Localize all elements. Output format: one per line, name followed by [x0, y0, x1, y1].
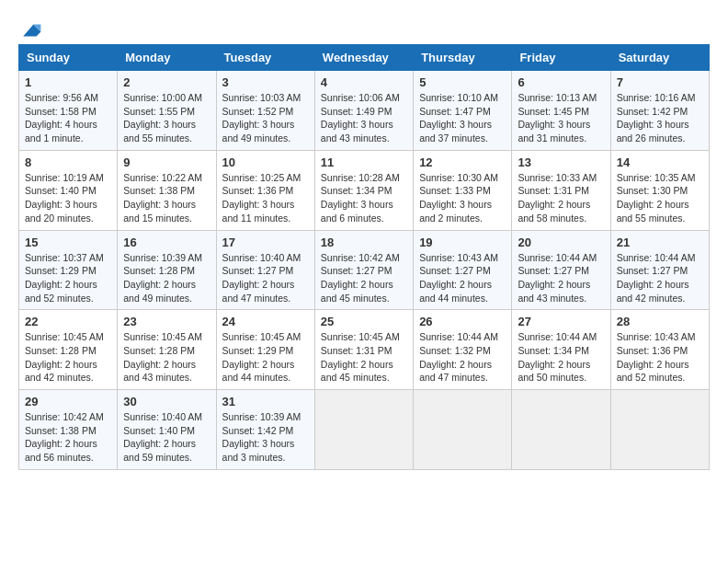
day-info: Sunrise: 10:45 AM Sunset: 1:29 PM Daylig…: [222, 330, 309, 385]
calendar-day-cell: 31Sunrise: 10:39 AM Sunset: 1:42 PM Dayl…: [216, 390, 314, 470]
day-number: 25: [321, 315, 407, 328]
day-number: 28: [617, 315, 703, 328]
day-number: 21: [617, 236, 703, 249]
calendar-day-cell: 23Sunrise: 10:45 AM Sunset: 1:28 PM Dayl…: [118, 310, 216, 390]
day-number: 19: [419, 236, 506, 249]
day-number: 23: [123, 315, 210, 328]
calendar-day-cell: 30Sunrise: 10:40 AM Sunset: 1:40 PM Dayl…: [118, 390, 216, 470]
day-number: 11: [321, 155, 407, 169]
calendar-day-cell: 5Sunrise: 10:10 AM Sunset: 1:47 PM Dayli…: [414, 71, 512, 151]
calendar-table: SundayMondayTuesdayWednesdayThursdayFrid…: [18, 44, 710, 470]
day-number: 18: [321, 236, 407, 249]
calendar-day-cell: 6Sunrise: 10:13 AM Sunset: 1:45 PM Dayli…: [512, 71, 610, 151]
day-number: 8: [25, 155, 111, 169]
day-info: Sunrise: 10:16 AM Sunset: 1:42 PM Daylig…: [617, 91, 703, 145]
calendar-day-cell: 18Sunrise: 10:42 AM Sunset: 1:27 PM Dayl…: [314, 230, 413, 310]
day-info: Sunrise: 10:43 AM Sunset: 1:36 PM Daylig…: [617, 330, 703, 385]
day-info: Sunrise: 10:35 AM Sunset: 1:30 PM Daylig…: [617, 171, 703, 225]
weekday-header-cell: Wednesday: [314, 45, 413, 71]
calendar-day-cell: [414, 390, 512, 470]
day-number: 9: [123, 155, 210, 169]
calendar-day-cell: 25Sunrise: 10:45 AM Sunset: 1:31 PM Dayl…: [314, 310, 413, 390]
day-number: 14: [617, 155, 703, 169]
calendar-day-cell: 26Sunrise: 10:44 AM Sunset: 1:32 PM Dayl…: [414, 310, 512, 390]
day-info: Sunrise: 10:40 AM Sunset: 1:40 PM Daylig…: [123, 410, 210, 465]
day-info: Sunrise: 10:28 AM Sunset: 1:34 PM Daylig…: [321, 171, 407, 225]
calendar-day-cell: 10Sunrise: 10:25 AM Sunset: 1:36 PM Dayl…: [216, 150, 314, 230]
calendar-week-row: 22Sunrise: 10:45 AM Sunset: 1:28 PM Dayl…: [19, 310, 710, 390]
day-info: Sunrise: 10:45 AM Sunset: 1:28 PM Daylig…: [25, 330, 111, 385]
day-info: Sunrise: 10:25 AM Sunset: 1:36 PM Daylig…: [222, 171, 309, 225]
calendar-day-cell: 13Sunrise: 10:33 AM Sunset: 1:31 PM Dayl…: [512, 150, 610, 230]
calendar-day-cell: 12Sunrise: 10:30 AM Sunset: 1:33 PM Dayl…: [414, 150, 512, 230]
calendar-day-cell: 11Sunrise: 10:28 AM Sunset: 1:34 PM Dayl…: [314, 150, 413, 230]
day-info: Sunrise: 10:39 AM Sunset: 1:42 PM Daylig…: [222, 410, 309, 465]
calendar-day-cell: [314, 390, 413, 470]
calendar-week-row: 29Sunrise: 10:42 AM Sunset: 1:38 PM Dayl…: [19, 390, 710, 470]
day-info: Sunrise: 10:44 AM Sunset: 1:27 PM Daylig…: [518, 251, 604, 305]
calendar-day-cell: 14Sunrise: 10:35 AM Sunset: 1:30 PM Dayl…: [610, 150, 709, 230]
calendar-day-cell: [610, 390, 709, 470]
day-info: Sunrise: 10:13 AM Sunset: 1:45 PM Daylig…: [518, 91, 604, 145]
day-info: Sunrise: 10:39 AM Sunset: 1:28 PM Daylig…: [123, 251, 210, 305]
weekday-header-cell: Saturday: [610, 45, 709, 71]
day-info: Sunrise: 10:44 AM Sunset: 1:27 PM Daylig…: [617, 251, 703, 305]
day-info: Sunrise: 10:44 AM Sunset: 1:34 PM Daylig…: [518, 330, 604, 385]
calendar-day-cell: 17Sunrise: 10:40 AM Sunset: 1:27 PM Dayl…: [216, 230, 314, 310]
day-info: Sunrise: 10:19 AM Sunset: 1:40 PM Daylig…: [25, 171, 111, 225]
calendar-day-cell: 1Sunrise: 9:56 AM Sunset: 1:58 PM Daylig…: [19, 71, 118, 151]
day-number: 16: [123, 236, 210, 249]
day-info: Sunrise: 10:42 AM Sunset: 1:27 PM Daylig…: [321, 251, 407, 305]
day-info: Sunrise: 10:40 AM Sunset: 1:27 PM Daylig…: [222, 251, 309, 305]
day-info: Sunrise: 10:22 AM Sunset: 1:38 PM Daylig…: [123, 171, 210, 225]
logo-icon: [20, 19, 42, 41]
day-number: 6: [518, 75, 604, 89]
calendar-day-cell: 7Sunrise: 10:16 AM Sunset: 1:42 PM Dayli…: [610, 71, 709, 151]
day-number: 17: [222, 236, 309, 249]
calendar-day-cell: 2Sunrise: 10:00 AM Sunset: 1:55 PM Dayli…: [118, 71, 216, 151]
day-info: Sunrise: 10:42 AM Sunset: 1:38 PM Daylig…: [25, 410, 111, 465]
day-info: Sunrise: 10:45 AM Sunset: 1:28 PM Daylig…: [123, 330, 210, 385]
calendar-day-cell: 3Sunrise: 10:03 AM Sunset: 1:52 PM Dayli…: [216, 71, 314, 151]
calendar-day-cell: 29Sunrise: 10:42 AM Sunset: 1:38 PM Dayl…: [19, 390, 118, 470]
calendar-day-cell: 15Sunrise: 10:37 AM Sunset: 1:29 PM Dayl…: [19, 230, 118, 310]
day-info: Sunrise: 10:33 AM Sunset: 1:31 PM Daylig…: [518, 171, 604, 225]
calendar-day-cell: 16Sunrise: 10:39 AM Sunset: 1:28 PM Dayl…: [118, 230, 216, 310]
day-number: 20: [518, 236, 604, 249]
day-number: 7: [617, 75, 703, 89]
calendar-day-cell: [512, 390, 610, 470]
day-info: Sunrise: 10:43 AM Sunset: 1:27 PM Daylig…: [419, 251, 506, 305]
day-number: 22: [25, 315, 111, 328]
day-number: 2: [123, 75, 210, 89]
day-number: 12: [419, 155, 506, 169]
day-info: Sunrise: 10:06 AM Sunset: 1:49 PM Daylig…: [321, 91, 407, 145]
calendar-day-cell: 21Sunrise: 10:44 AM Sunset: 1:27 PM Dayl…: [610, 230, 709, 310]
weekday-header-cell: Friday: [512, 45, 610, 71]
day-info: Sunrise: 9:56 AM Sunset: 1:58 PM Dayligh…: [25, 91, 111, 145]
calendar-day-cell: 4Sunrise: 10:06 AM Sunset: 1:49 PM Dayli…: [314, 71, 413, 151]
day-number: 10: [222, 155, 309, 169]
logo: [18, 18, 42, 35]
day-info: Sunrise: 10:30 AM Sunset: 1:33 PM Daylig…: [419, 171, 506, 225]
day-info: Sunrise: 10:10 AM Sunset: 1:47 PM Daylig…: [419, 91, 506, 145]
calendar-day-cell: 8Sunrise: 10:19 AM Sunset: 1:40 PM Dayli…: [19, 150, 118, 230]
weekday-header-cell: Sunday: [19, 45, 118, 71]
day-number: 31: [222, 395, 309, 408]
day-number: 24: [222, 315, 309, 328]
weekday-header-cell: Monday: [118, 45, 216, 71]
day-info: Sunrise: 10:44 AM Sunset: 1:32 PM Daylig…: [419, 330, 506, 385]
weekday-header-row: SundayMondayTuesdayWednesdayThursdayFrid…: [19, 45, 710, 71]
calendar-week-row: 15Sunrise: 10:37 AM Sunset: 1:29 PM Dayl…: [19, 230, 710, 310]
day-number: 3: [222, 75, 309, 89]
calendar-week-row: 1Sunrise: 9:56 AM Sunset: 1:58 PM Daylig…: [19, 71, 710, 151]
calendar-day-cell: 24Sunrise: 10:45 AM Sunset: 1:29 PM Dayl…: [216, 310, 314, 390]
calendar-day-cell: 27Sunrise: 10:44 AM Sunset: 1:34 PM Dayl…: [512, 310, 610, 390]
header: [18, 18, 710, 35]
weekday-header-cell: Thursday: [414, 45, 512, 71]
calendar-day-cell: 19Sunrise: 10:43 AM Sunset: 1:27 PM Dayl…: [414, 230, 512, 310]
day-number: 5: [419, 75, 506, 89]
calendar-week-row: 8Sunrise: 10:19 AM Sunset: 1:40 PM Dayli…: [19, 150, 710, 230]
day-number: 4: [321, 75, 407, 89]
day-number: 27: [518, 315, 604, 328]
day-info: Sunrise: 10:03 AM Sunset: 1:52 PM Daylig…: [222, 91, 309, 145]
